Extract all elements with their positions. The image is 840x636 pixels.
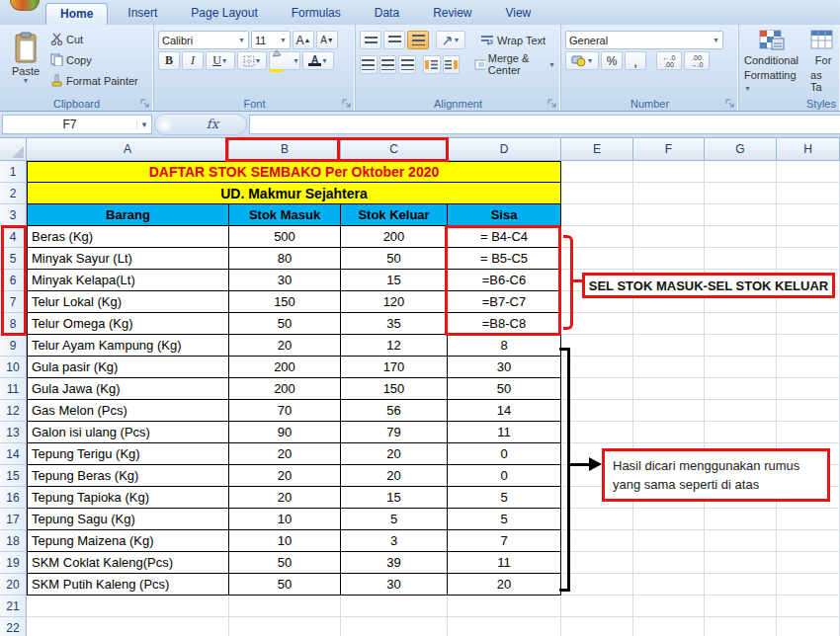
cell-A10[interactable]: Gula pasir (Kg) xyxy=(27,357,229,378)
name-box-dropdown-icon[interactable]: ▼ xyxy=(136,120,151,129)
column-header-F[interactable]: F xyxy=(633,138,705,161)
cell-C19[interactable]: 39 xyxy=(341,552,448,574)
cell-F11[interactable] xyxy=(633,378,705,400)
cell-E20[interactable] xyxy=(561,574,633,596)
cell-A6[interactable]: Minyak Kelapa(Lt) xyxy=(27,270,229,291)
cell-D15[interactable]: 0 xyxy=(448,465,561,487)
cell-C5[interactable]: 50 xyxy=(341,248,448,270)
accounting-format-button[interactable]: ▼ xyxy=(565,51,599,70)
cell-D19[interactable]: 11 xyxy=(448,552,561,574)
cell-A8[interactable]: Telur Omega (Kg) xyxy=(27,313,229,335)
number-format-select[interactable]: General▼ xyxy=(565,31,723,49)
cell-B18[interactable]: 10 xyxy=(229,530,341,552)
cell-A20[interactable]: SKM Putih Kaleng (Pcs) xyxy=(27,574,229,596)
cell-E9[interactable] xyxy=(561,335,633,357)
cell-G5[interactable] xyxy=(705,248,777,270)
cell-A15[interactable]: Tepung Beras (Kg) xyxy=(27,465,229,487)
row-header-14[interactable]: 14 xyxy=(0,443,27,465)
cell-B6[interactable]: 30 xyxy=(229,270,341,291)
cell-F10[interactable] xyxy=(633,357,705,378)
paste-button[interactable]: Paste ▼ xyxy=(4,31,47,100)
cell-A21[interactable] xyxy=(27,596,229,617)
cell-C17[interactable]: 5 xyxy=(341,509,448,530)
cell-D13[interactable]: 11 xyxy=(448,422,561,443)
cell-E19[interactable] xyxy=(561,552,633,574)
cell-D3[interactable]: Sisa xyxy=(448,204,561,226)
font-color-button[interactable]: A ▼ xyxy=(302,51,334,70)
cell-F17[interactable] xyxy=(633,509,705,530)
comma-style-button[interactable]: , xyxy=(625,51,646,70)
font-dialog-launcher-icon[interactable] xyxy=(342,99,352,109)
cell-G1[interactable] xyxy=(705,161,777,183)
row-header-2[interactable]: 2 xyxy=(0,183,27,204)
row-header-22[interactable]: 22 xyxy=(0,617,27,636)
cell-H21[interactable] xyxy=(777,596,840,617)
cell-H8[interactable] xyxy=(777,313,840,335)
cell-E10[interactable] xyxy=(561,357,633,378)
align-center-button[interactable] xyxy=(379,55,397,74)
cell-G17[interactable] xyxy=(705,509,777,530)
borders-button[interactable]: ▼ xyxy=(237,51,267,70)
cell-H17[interactable] xyxy=(777,509,840,530)
cell-F2[interactable] xyxy=(633,183,705,204)
cell-B3[interactable]: Stok Masuk xyxy=(229,204,341,226)
row-header-19[interactable]: 19 xyxy=(0,552,27,574)
ribbon-tab-view[interactable]: View xyxy=(491,3,545,25)
cell-C21[interactable] xyxy=(341,596,448,617)
cut-button[interactable]: Cut xyxy=(49,29,84,49)
cell-B21[interactable] xyxy=(229,596,341,617)
cell-H12[interactable] xyxy=(777,400,840,422)
cell-E12[interactable] xyxy=(561,400,633,422)
row-header-17[interactable]: 17 xyxy=(0,509,27,530)
cell-E3[interactable] xyxy=(561,204,633,226)
cell-E22[interactable] xyxy=(561,617,633,636)
cell-H11[interactable] xyxy=(777,378,840,400)
cell-A7[interactable]: Telur Lokal (Kg) xyxy=(27,291,229,313)
row-header-13[interactable]: 13 xyxy=(0,422,27,443)
cell-C13[interactable]: 79 xyxy=(341,422,448,443)
cell-G21[interactable] xyxy=(705,596,777,617)
align-middle-button[interactable] xyxy=(383,31,405,49)
cell-F4[interactable] xyxy=(633,226,705,248)
cell-title-row2[interactable]: UD. Makmur Sejahtera xyxy=(27,183,561,204)
cell-C7[interactable]: 120 xyxy=(341,291,448,313)
cell-C22[interactable] xyxy=(341,617,448,636)
cell-A3[interactable]: Barang xyxy=(27,204,229,226)
cell-A5[interactable]: Minyak Sayur (Lt) xyxy=(27,248,229,270)
cell-F12[interactable] xyxy=(633,400,705,422)
cell-G12[interactable] xyxy=(705,400,777,422)
increase-indent-button[interactable] xyxy=(443,55,461,74)
cell-D11[interactable]: 50 xyxy=(448,378,561,400)
cell-G22[interactable] xyxy=(705,617,777,636)
cell-B20[interactable]: 50 xyxy=(229,574,341,596)
cell-A19[interactable]: SKM Coklat Kaleng(Pcs) xyxy=(27,552,229,574)
cell-F19[interactable] xyxy=(633,552,705,574)
ribbon-tab-insert[interactable]: Insert xyxy=(114,3,171,25)
cell-B19[interactable]: 50 xyxy=(229,552,341,574)
cell-B14[interactable]: 20 xyxy=(229,443,341,465)
cell-D9[interactable]: 8 xyxy=(448,335,561,357)
align-left-button[interactable] xyxy=(360,55,378,74)
cell-A16[interactable]: Tepung Tapioka (Kg) xyxy=(27,487,229,509)
align-right-button[interactable] xyxy=(398,55,416,74)
cell-C3[interactable]: Stok Keluar xyxy=(341,204,448,226)
grow-font-button[interactable]: A▲ xyxy=(293,31,314,49)
cell-H4[interactable] xyxy=(777,226,840,248)
alignment-dialog-launcher-icon[interactable] xyxy=(547,99,557,109)
cell-C14[interactable]: 20 xyxy=(341,443,448,465)
cell-B17[interactable]: 10 xyxy=(229,509,341,530)
number-dialog-launcher-icon[interactable] xyxy=(725,99,735,109)
cell-C16[interactable]: 15 xyxy=(341,487,448,509)
bold-button[interactable]: B xyxy=(158,51,180,70)
fill-color-button[interactable]: ▼ xyxy=(269,51,300,70)
cell-D12[interactable]: 14 xyxy=(448,400,561,422)
cell-E2[interactable] xyxy=(561,183,633,204)
format-painter-button[interactable]: Format Painter xyxy=(49,70,139,91)
row-header-21[interactable]: 21 xyxy=(0,596,27,617)
cell-D18[interactable]: 7 xyxy=(448,530,561,552)
cell-G4[interactable] xyxy=(705,226,777,248)
cell-H2[interactable] xyxy=(777,183,840,204)
row-header-9[interactable]: 9 xyxy=(0,335,27,357)
office-button-icon[interactable] xyxy=(10,0,40,11)
cell-B16[interactable]: 20 xyxy=(229,487,341,509)
